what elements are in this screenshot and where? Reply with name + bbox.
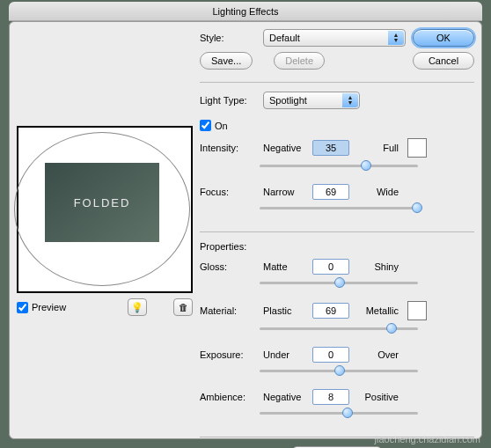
gloss-label: Gloss: xyxy=(200,261,258,272)
trash-icon[interactable]: 🗑 xyxy=(173,298,193,316)
chevron-down-icon: ▲▼ xyxy=(342,93,358,107)
dialog: FOLDED Preview 💡 🗑 Style: Default ▲▼ xyxy=(9,21,482,439)
lightbulb-icon[interactable]: 💡 xyxy=(128,298,147,316)
delete-button: Delete xyxy=(274,52,325,70)
preview-checkbox[interactable]: Preview xyxy=(17,302,66,313)
intensity-block: Intensity: Negative Full xyxy=(200,138,474,175)
ambience-right: Positive xyxy=(355,392,399,402)
preview-image: FOLDED xyxy=(45,163,159,242)
watermark: jiaocheng.chazidian.com xyxy=(375,434,480,444)
lighttype-select[interactable]: Spotlight ▲▼ xyxy=(263,92,360,109)
lighttype-value: Spotlight xyxy=(269,95,307,106)
material-block: Material: Plastic Metallic xyxy=(200,301,474,338)
focus-right: Wide xyxy=(355,187,399,197)
style-select[interactable]: Default ▲▼ xyxy=(263,29,406,47)
focus-left: Narrow xyxy=(263,187,307,197)
titlebar: Lighting Effects xyxy=(9,2,482,21)
ambience-block: Ambience: Negative Positive xyxy=(200,389,474,422)
intensity-right: Full xyxy=(355,143,399,153)
intensity-left: Negative xyxy=(263,143,307,153)
divider xyxy=(200,231,474,232)
preview-column: FOLDED Preview 💡 🗑 xyxy=(17,29,193,431)
chevron-down-icon: ▲▼ xyxy=(388,31,404,45)
preview-check-input[interactable] xyxy=(17,302,28,313)
lighttype-label: Light Type: xyxy=(200,95,258,106)
focus-label: Focus: xyxy=(200,187,258,197)
focus-input[interactable] xyxy=(312,184,349,200)
on-check-input[interactable] xyxy=(200,120,211,131)
on-checkbox[interactable]: On xyxy=(200,120,474,131)
style-label: Style: xyxy=(200,33,258,43)
gloss-input[interactable] xyxy=(312,259,349,275)
material-label: Material: xyxy=(200,305,258,316)
cancel-button[interactable]: Cancel xyxy=(413,52,474,70)
focus-block: Focus: Narrow Wide xyxy=(200,184,474,217)
gloss-block: Gloss: Matte Shiny xyxy=(200,259,474,292)
properties-label: Properties: xyxy=(200,241,474,252)
intensity-slider[interactable] xyxy=(260,159,418,172)
material-right: Metallic xyxy=(355,305,399,316)
gloss-slider[interactable] xyxy=(260,276,418,289)
exposure-input[interactable] xyxy=(312,347,349,363)
exposure-left: Under xyxy=(263,349,307,360)
preview-check-label: Preview xyxy=(32,302,66,312)
style-value: Default xyxy=(269,33,300,43)
ambient-color-swatch[interactable] xyxy=(407,301,427,320)
ambience-left: Negative xyxy=(263,392,307,402)
intensity-input[interactable] xyxy=(312,140,349,156)
ambience-input[interactable] xyxy=(312,389,349,405)
material-left: Plastic xyxy=(263,305,307,316)
exposure-right: Over xyxy=(355,349,399,360)
material-slider[interactable] xyxy=(260,322,418,334)
material-input[interactable] xyxy=(312,303,349,319)
exposure-block: Exposure: Under Over xyxy=(200,347,474,380)
exposure-label: Exposure: xyxy=(200,349,258,360)
light-color-swatch[interactable] xyxy=(407,138,427,158)
focus-slider[interactable] xyxy=(260,202,418,214)
gloss-left: Matte xyxy=(263,261,307,272)
ok-button[interactable]: OK xyxy=(413,29,474,47)
save-button[interactable]: Save... xyxy=(200,52,253,70)
controls-column: Style: Default ▲▼ Save... Delete OK Canc… xyxy=(200,29,474,431)
on-label: On xyxy=(215,121,228,131)
divider xyxy=(200,82,474,83)
intensity-label: Intensity: xyxy=(200,143,258,153)
exposure-slider[interactable] xyxy=(260,364,418,377)
preview-box[interactable]: FOLDED xyxy=(17,126,193,293)
ambience-slider[interactable] xyxy=(260,407,418,419)
gloss-right: Shiny xyxy=(355,261,399,272)
ambience-label: Ambience: xyxy=(200,392,258,402)
